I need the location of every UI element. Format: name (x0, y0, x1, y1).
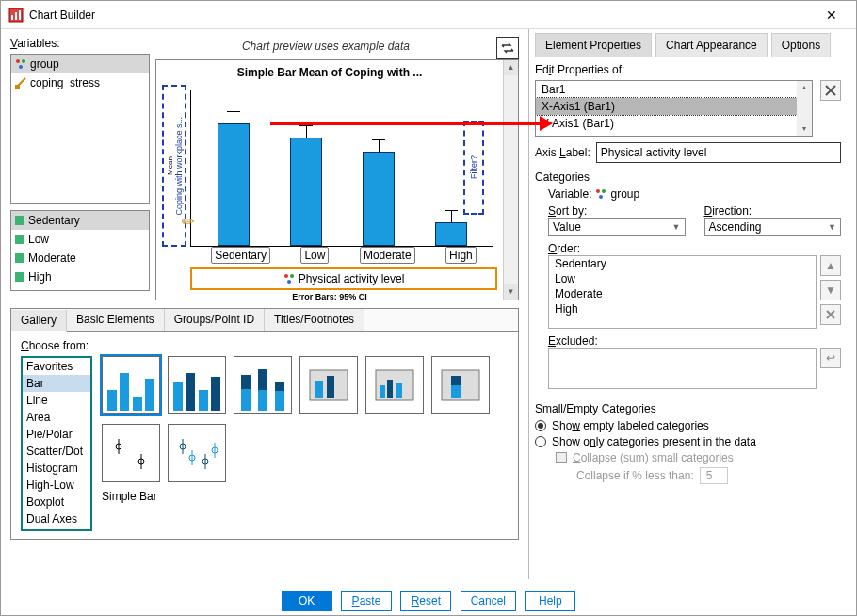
type-pie-polar[interactable]: Pie/Polar (23, 426, 90, 443)
type-dual-axes[interactable]: Dual Axes (23, 511, 90, 527)
order-item[interactable]: Moderate (549, 286, 816, 301)
category-icon (15, 253, 24, 263)
remove-order-button[interactable] (820, 304, 841, 325)
help-button[interactable]: Help (525, 591, 575, 611)
filter-dropzone[interactable]: Filter? (463, 121, 484, 215)
variable-value: group (610, 187, 639, 201)
order-item[interactable]: High (549, 301, 816, 316)
ok-button[interactable]: OK (282, 591, 332, 611)
thumb-3d-clustered[interactable] (365, 356, 424, 414)
type-histogram[interactable]: Histogram (23, 460, 90, 477)
type-scatter-dot[interactable]: Scatter/Dot (23, 443, 90, 460)
chart-builder-dialog: Chart Builder ✕ Variables: group coping_… (0, 0, 857, 616)
close-button[interactable]: ✕ (815, 2, 849, 28)
direction-select[interactable]: Ascending▼ (704, 218, 842, 236)
variables-listbox[interactable]: group coping_stress (10, 54, 150, 204)
order-listbox[interactable]: Sedentary Low Moderate High (548, 255, 817, 329)
small-empty-label: Small/Empty Categories (535, 402, 841, 415)
svg-point-35 (602, 189, 606, 193)
tab-options[interactable]: Options (771, 33, 831, 57)
chart-type-list[interactable]: Favorites Bar Line Area Pie/Polar Scatte… (21, 356, 92, 531)
order-item[interactable]: Sedentary (549, 256, 816, 271)
svg-point-9 (284, 274, 288, 278)
tab-element-properties[interactable]: Element Properties (535, 33, 652, 57)
prop-bar1[interactable]: Bar1 (536, 81, 812, 98)
category-icon (15, 235, 24, 244)
direction-label: Direction: (704, 204, 842, 218)
right-panel: Element Properties Chart Appearance Opti… (528, 29, 847, 579)
radio-show-empty[interactable]: Show empty labeled categories (535, 419, 841, 432)
type-boxplot[interactable]: Boxplot (23, 494, 90, 511)
type-area[interactable]: Area (23, 409, 90, 426)
order-item[interactable]: Low (549, 271, 816, 286)
radio-only-present[interactable]: Show only categories present in the data (535, 435, 841, 448)
svg-point-4 (16, 59, 20, 63)
xtick: Sedentary (211, 247, 270, 264)
type-high-low[interactable]: High-Low (23, 477, 90, 494)
type-favorites[interactable]: Favorites (23, 358, 90, 375)
svg-point-6 (19, 65, 23, 69)
category-high[interactable]: High (11, 267, 149, 286)
collapse-checkbox: Collapse (sum) small categories (535, 451, 841, 464)
xtick: Low (300, 247, 329, 264)
tab-titles-footnotes[interactable]: Titles/Footnotes (265, 309, 364, 331)
thumb-3d-stacked[interactable] (431, 356, 490, 414)
paste-button[interactable]: Paste (341, 591, 392, 611)
thumb-caption: Simple Bar (102, 490, 509, 503)
collapse-threshold-row: Collapse if % less than: 5 (535, 467, 841, 484)
chart-canvas[interactable]: Simple Bar Mean of Coping with ... Mean … (155, 59, 519, 300)
restore-excluded-button[interactable]: ↩ (820, 348, 841, 368)
bar-high (435, 222, 467, 246)
cancel-button[interactable]: Cancel (461, 591, 516, 611)
props-scrollbar[interactable]: ▴▾ (797, 81, 812, 136)
order-label: Order: (548, 242, 841, 255)
plot-area: ✎ (190, 90, 493, 247)
variable-group[interactable]: group (11, 55, 149, 73)
reset-button[interactable]: Reset (400, 591, 451, 611)
scroll-down-icon[interactable]: ▼ (504, 284, 518, 300)
thumb-error-bar-clustered[interactable] (168, 424, 226, 482)
move-up-button[interactable]: ▲ (820, 255, 841, 276)
chart-title: Simple Bar Mean of Coping with ... (162, 66, 497, 79)
thumb-simple-bar[interactable] (102, 356, 160, 414)
thumb-stacked-bar[interactable] (234, 356, 292, 414)
error-bar-label: Error Bars: 95% CI (162, 292, 497, 301)
variable-label: coping_stress (30, 76, 100, 89)
tab-chart-appearance[interactable]: Chart Appearance (655, 33, 768, 57)
tab-basic-elements[interactable]: Basic Elements (67, 309, 165, 331)
move-down-button[interactable]: ▼ (820, 280, 841, 300)
excluded-listbox[interactable] (548, 348, 817, 389)
scroll-up-icon[interactable]: ▴ (797, 81, 812, 94)
properties-listbox[interactable]: Bar1 X-Axis1 (Bar1) Y-Axis1 (Bar1) ▴▾ (535, 80, 813, 137)
thumb-error-bar-simple[interactable] (102, 424, 160, 482)
titlebar: Chart Builder ✕ (1, 1, 856, 29)
tab-gallery[interactable]: Gallery (11, 310, 67, 332)
canvas-scrollbar[interactable]: ▲ ▼ (503, 60, 518, 300)
scroll-up-icon[interactable]: ▲ (504, 60, 518, 75)
category-icon (15, 272, 24, 282)
svg-point-34 (596, 189, 600, 193)
bar-sedentary (218, 123, 250, 246)
category-low[interactable]: Low (11, 230, 149, 249)
thumb-clustered-bar[interactable] (168, 356, 226, 414)
scroll-down-icon[interactable]: ▾ (797, 122, 812, 136)
category-sedentary[interactable]: Sedentary (11, 211, 149, 230)
categories-listbox[interactable]: Sedentary Low Moderate High (10, 210, 150, 291)
swap-axes-button[interactable] (496, 37, 519, 59)
xtick: Moderate (360, 247, 415, 264)
axis-label-input[interactable]: Physical activity level (596, 142, 841, 163)
sort-by-select[interactable]: Value▼ (548, 218, 686, 236)
y-axis-sub: Mean (166, 156, 174, 175)
gallery-tabs: Gallery Basic Elements Groups/Point ID T… (10, 308, 519, 540)
x-axis-dropzone[interactable]: Physical activity level (190, 267, 497, 290)
prop-x-axis1[interactable]: X-Axis1 (Bar1) (536, 98, 812, 115)
category-moderate[interactable]: Moderate (11, 249, 149, 267)
variable-coping-stress[interactable]: coping_stress (11, 73, 149, 92)
thumb-3d-bar[interactable] (299, 356, 358, 414)
tab-groups-point-id[interactable]: Groups/Point ID (165, 309, 265, 331)
svg-rect-8 (15, 85, 20, 89)
type-line[interactable]: Line (23, 392, 90, 409)
delete-property-button[interactable] (820, 80, 841, 101)
type-bar[interactable]: Bar (23, 375, 90, 392)
prop-y-axis1[interactable]: Y-Axis1 (Bar1) (536, 115, 812, 132)
